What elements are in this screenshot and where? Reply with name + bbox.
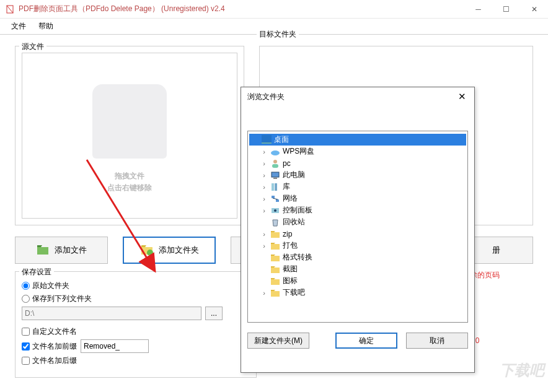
tree-item-label: 控制面板 — [283, 205, 312, 216]
svg-rect-33 — [271, 279, 280, 285]
drop-zone-text: 拖拽文件 点击右键移除 — [107, 170, 152, 194]
folder-icon — [270, 241, 280, 251]
tree-item[interactable]: ›zip — [249, 228, 466, 240]
pc-icon — [270, 170, 280, 180]
svg-marker-26 — [271, 231, 275, 232]
tree-item[interactable]: 截图 — [249, 263, 466, 275]
tree-item-label: 回收站 — [283, 217, 305, 227]
drop-zone-ghost-icon — [92, 84, 167, 159]
dialog-close-button[interactable]: ✕ — [456, 91, 468, 102]
new-folder-button[interactable]: 新建文件夹(M) — [247, 333, 309, 349]
expand-icon[interactable]: › — [260, 207, 268, 214]
svg-rect-19 — [272, 196, 275, 198]
radio-original-folder[interactable]: 原始文件夹 — [22, 281, 69, 291]
svg-rect-16 — [273, 178, 277, 179]
tree-item-label: 下载吧 — [283, 287, 305, 298]
source-file-legend: 源文件 — [19, 41, 46, 52]
svg-rect-31 — [271, 268, 280, 273]
svg-rect-2 — [37, 247, 48, 255]
add-folder-button[interactable]: 添加文件夹 — [123, 237, 216, 264]
svg-rect-15 — [272, 172, 279, 177]
check-custom-filename[interactable]: 自定义文件名 — [22, 326, 77, 337]
expand-icon[interactable]: › — [260, 242, 268, 250]
tree-item[interactable]: 图标 — [249, 275, 466, 287]
window-controls: ─ ☐ ✕ — [464, 0, 548, 19]
expand-icon[interactable]: › — [260, 289, 268, 297]
svg-point-13 — [273, 160, 277, 163]
expand-icon[interactable]: › — [260, 183, 268, 191]
source-file-group: 源文件 拖拽文件 点击右键移除 — [15, 46, 244, 225]
check-filename-prefix[interactable]: 文件名加前缀 — [22, 341, 77, 352]
svg-marker-30 — [271, 255, 275, 256]
folder-icon — [270, 288, 280, 298]
cloud-icon — [270, 147, 280, 157]
tree-item[interactable]: 桌面 — [249, 134, 466, 146]
titlebar: PDF删除页面工具（PDFdo Delete Page） (Unregister… — [0, 0, 548, 19]
add-file-button[interactable]: 添加文件 — [15, 237, 108, 264]
tree-item[interactable]: ›控制面板 — [249, 204, 466, 216]
svg-marker-32 — [271, 266, 275, 268]
svg-rect-14 — [272, 164, 278, 168]
menu-help[interactable]: 帮助 — [32, 19, 60, 34]
tree-item-label: 打包 — [283, 240, 298, 251]
drop-zone[interactable]: 拖拽文件 点击右键移除 — [22, 53, 237, 219]
register-label: 册 — [492, 245, 500, 256]
expand-icon[interactable]: › — [260, 172, 268, 179]
folder-icon — [270, 253, 280, 263]
target-folder-legend: 目标文件夹 — [257, 29, 299, 40]
svg-point-6 — [147, 250, 153, 256]
svg-rect-17 — [272, 183, 274, 191]
svg-marker-3 — [37, 245, 42, 247]
maximize-button[interactable]: ☐ — [492, 0, 520, 19]
minimize-button[interactable]: ─ — [464, 0, 492, 19]
user-icon — [270, 159, 280, 168]
cancel-button[interactable]: 取消 — [406, 333, 468, 349]
tree-item[interactable]: ›下载吧 — [249, 287, 466, 298]
save-path-input[interactable] — [22, 307, 201, 320]
app-icon — [5, 4, 15, 14]
svg-rect-25 — [271, 232, 280, 238]
tree-item[interactable]: ›网络 — [249, 193, 466, 204]
tree-item[interactable]: ›打包 — [249, 240, 466, 251]
svg-marker-34 — [271, 278, 275, 279]
ctrl-icon — [270, 206, 280, 216]
expand-icon[interactable]: › — [260, 230, 268, 238]
add-folder-label: 添加文件夹 — [159, 245, 199, 256]
svg-point-23 — [274, 209, 276, 212]
radio-save-to-path[interactable]: 保存到下列文件夹 — [22, 294, 92, 304]
ok-button[interactable]: 确定 — [335, 333, 397, 349]
tree-item-label: zip — [283, 230, 292, 238]
dialog-title: 浏览文件夹 — [247, 92, 456, 102]
prefix-input[interactable] — [81, 339, 149, 353]
add-folder-icon — [140, 243, 154, 257]
expand-icon[interactable]: › — [260, 160, 268, 167]
svg-rect-11 — [262, 142, 272, 144]
tree-item[interactable]: ›pc — [249, 157, 466, 169]
folder-tree[interactable]: 桌面›WPS网盘›pc›此电脑›库›网络›控制面板回收站›zip›打包格式转换截… — [247, 131, 468, 323]
check-filename-suffix[interactable]: 文件名加后缀 — [22, 355, 77, 366]
tree-item-label: WPS网盘 — [283, 146, 314, 157]
add-file-label: 添加文件 — [55, 245, 87, 256]
svg-point-12 — [271, 150, 280, 155]
drop-line2: 点击右键移除 — [107, 182, 152, 194]
tree-item[interactable]: ›WPS网盘 — [249, 146, 466, 157]
svg-rect-29 — [271, 256, 280, 261]
tree-item-label: 图标 — [283, 276, 298, 286]
tree-item[interactable]: ›库 — [249, 181, 466, 193]
folder-icon — [270, 264, 280, 274]
tree-item-label: 此电脑 — [283, 170, 305, 180]
tree-item-label: 格式转换 — [283, 252, 312, 263]
lib-icon — [270, 182, 280, 192]
expand-icon[interactable]: › — [260, 148, 268, 155]
expand-icon[interactable]: › — [260, 195, 268, 203]
window-title: PDF删除页面工具（PDFdo Delete Page） (Unregister… — [19, 4, 464, 14]
close-button[interactable]: ✕ — [520, 0, 548, 19]
svg-marker-24 — [273, 220, 278, 226]
menu-file[interactable]: 文件 — [5, 19, 32, 34]
tree-item[interactable]: ›此电脑 — [249, 169, 466, 181]
tree-item[interactable]: 格式转换 — [249, 251, 466, 263]
browse-path-button[interactable]: ... — [205, 307, 223, 320]
svg-line-21 — [273, 198, 278, 199]
svg-rect-35 — [271, 291, 280, 297]
tree-item[interactable]: 回收站 — [249, 216, 466, 228]
